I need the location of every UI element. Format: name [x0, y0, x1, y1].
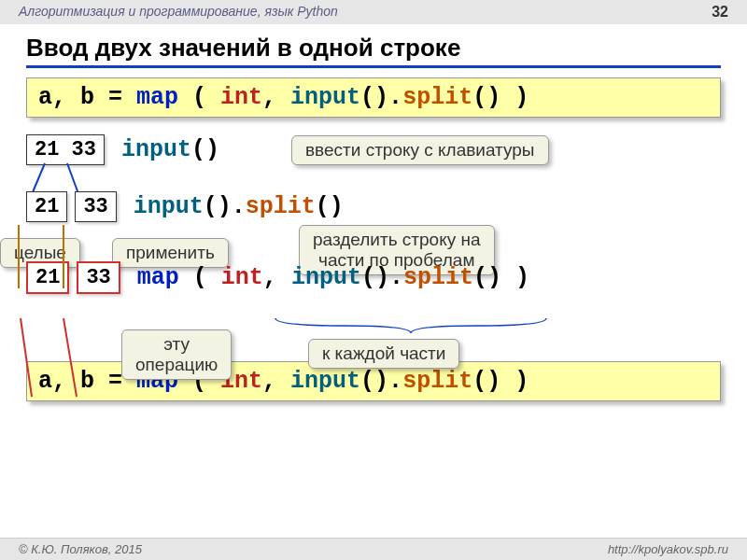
- code-input-call: input(): [121, 136, 219, 163]
- value-box-33-red: 33: [77, 261, 120, 294]
- callout-each-part: к каждой части: [308, 339, 459, 369]
- kw-input: input: [291, 264, 361, 291]
- kw-split: split: [246, 193, 316, 220]
- kw-input: input: [134, 193, 204, 220]
- callout-operation: эту операцию: [121, 329, 232, 380]
- value-box-21-red: 21: [26, 261, 69, 294]
- kw-input: input: [121, 136, 191, 163]
- code-dot: ().: [204, 193, 246, 220]
- kw-split: split: [402, 84, 472, 111]
- code-open: (: [178, 84, 220, 111]
- value-box-33: 33: [75, 191, 116, 222]
- code-map-call: map ( int, input().split() ): [137, 264, 529, 291]
- code-parens1: ().: [360, 84, 402, 111]
- code-end: (): [316, 193, 344, 220]
- kw-map: map: [136, 84, 178, 111]
- page-number: 32: [712, 4, 728, 21]
- author-text: © К.Ю. Поляков, 2015: [19, 542, 142, 556]
- code-comma: ,: [262, 84, 290, 111]
- code-lhs: a, b =: [38, 84, 136, 111]
- row-map: 21 33 map ( int, input().split() ): [26, 261, 721, 294]
- slide-header: Алгоритмизация и программирование, язык …: [0, 0, 747, 24]
- code-comma: ,: [263, 264, 291, 291]
- kw-int: int: [221, 264, 263, 291]
- code-end: () ): [473, 264, 529, 291]
- kw-map: map: [137, 264, 179, 291]
- code-parens2: () ): [472, 368, 529, 395]
- kw-input: input: [290, 368, 360, 395]
- brace-bottom: [271, 316, 551, 335]
- code-split-call: input().split(): [134, 193, 344, 220]
- code-open: (: [179, 264, 221, 291]
- callout-input: ввести строку с клавиатуры: [291, 135, 549, 165]
- code-parens2: () ): [472, 84, 529, 111]
- kw-input: input: [290, 84, 360, 111]
- value-box-combined: 21 33: [26, 134, 105, 165]
- kw-split: split: [402, 368, 472, 395]
- code-comma: ,: [262, 368, 290, 395]
- subject-text: Алгоритмизация и программирование, язык …: [19, 4, 338, 21]
- code-parens: (): [191, 136, 219, 163]
- row-split: 21 33 input().split(): [26, 191, 721, 222]
- slide-title: Ввод двух значений в одной строке: [26, 34, 721, 68]
- slide-footer: © К.Ю. Поляков, 2015 http://kpolyakov.sp…: [0, 538, 747, 560]
- slide-content: a, b = map ( int, input().split() ) 21 3…: [0, 72, 747, 420]
- code-parens1: ().: [360, 368, 402, 395]
- footer-url: http://kpolyakov.spb.ru: [608, 542, 728, 556]
- kw-int: int: [220, 84, 262, 111]
- value-box-21: 21: [26, 191, 67, 222]
- kw-split: split: [403, 264, 473, 291]
- code-dot: ().: [361, 264, 403, 291]
- code-main-top: a, b = map ( int, input().split() ): [26, 77, 721, 118]
